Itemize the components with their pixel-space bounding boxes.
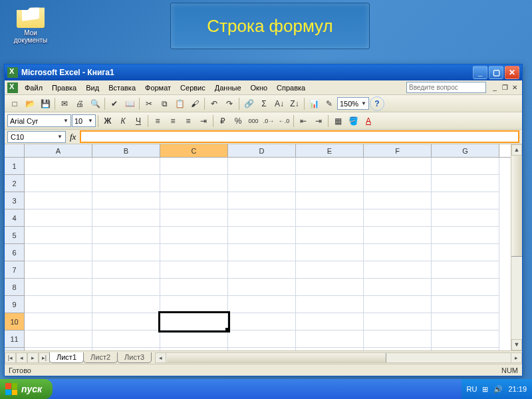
research-button[interactable]: 📖 bbox=[122, 96, 137, 111]
cell-F3[interactable] bbox=[364, 192, 432, 209]
cell-D3[interactable] bbox=[228, 192, 296, 209]
scroll-left-button[interactable]: ◂ bbox=[155, 352, 166, 363]
cell-F5[interactable] bbox=[364, 227, 432, 244]
cell-D8[interactable] bbox=[228, 279, 296, 296]
cell-G11[interactable] bbox=[432, 331, 499, 348]
cell-C9[interactable] bbox=[160, 296, 228, 313]
cell-G8[interactable] bbox=[432, 279, 499, 296]
cell-F6[interactable] bbox=[364, 244, 432, 261]
cell-E10[interactable] bbox=[296, 313, 364, 331]
percent-button[interactable]: % bbox=[231, 114, 245, 128]
cell-E7[interactable] bbox=[296, 261, 364, 279]
cell-E1[interactable] bbox=[296, 158, 364, 175]
cell-F9[interactable] bbox=[364, 296, 432, 313]
cell-D2[interactable] bbox=[228, 175, 296, 192]
cell-F4[interactable] bbox=[364, 209, 432, 227]
font-color-button[interactable]: A bbox=[361, 114, 376, 128]
cell-E9[interactable] bbox=[296, 296, 364, 313]
new-button[interactable]: □ bbox=[7, 96, 22, 111]
row-header-6[interactable]: 6 bbox=[5, 244, 25, 261]
scroll-up-button[interactable]: ▲ bbox=[511, 144, 522, 156]
column-header-C[interactable]: C bbox=[160, 144, 228, 157]
cell-G9[interactable] bbox=[432, 296, 499, 313]
autosum-button[interactable]: Σ bbox=[257, 96, 271, 111]
row-header-11[interactable]: 11 bbox=[5, 331, 25, 348]
row-header-1[interactable]: 1 bbox=[5, 158, 25, 175]
row-header-7[interactable]: 7 bbox=[5, 261, 25, 279]
sort-asc-button[interactable]: A↓ bbox=[272, 96, 287, 111]
mail-button[interactable]: ✉ bbox=[57, 96, 72, 111]
borders-button[interactable]: ▦ bbox=[331, 114, 345, 128]
cell-D12[interactable] bbox=[228, 348, 296, 350]
mdi-minimize[interactable]: _ bbox=[490, 83, 499, 92]
cell-A7[interactable] bbox=[25, 261, 92, 279]
fill-color-button[interactable]: 🪣 bbox=[346, 114, 360, 128]
vscroll-thumb[interactable] bbox=[511, 156, 522, 257]
open-button[interactable]: 📂 bbox=[23, 96, 37, 111]
name-box[interactable]: C10▼ bbox=[7, 131, 66, 143]
cell-B11[interactable] bbox=[92, 331, 160, 348]
scroll-down-button[interactable]: ▼ bbox=[511, 339, 522, 350]
font-size-dropdown[interactable]: 10▼ bbox=[72, 114, 96, 127]
cell-D9[interactable] bbox=[228, 296, 296, 313]
cell-B4[interactable] bbox=[92, 209, 160, 227]
font-name-dropdown[interactable]: Arial Cyr▼ bbox=[7, 114, 71, 127]
close-button[interactable]: ✕ bbox=[505, 66, 519, 79]
cell-D10[interactable] bbox=[228, 313, 296, 331]
cell-B3[interactable] bbox=[92, 192, 160, 209]
row-header-10[interactable]: 10 bbox=[5, 313, 25, 331]
cell-A12[interactable] bbox=[25, 348, 92, 350]
align-right-button[interactable]: ≡ bbox=[181, 114, 196, 128]
cell-F11[interactable] bbox=[364, 331, 432, 348]
spellcheck-button[interactable]: ✔ bbox=[107, 96, 122, 111]
cell-D7[interactable] bbox=[228, 261, 296, 279]
cell-A8[interactable] bbox=[25, 279, 92, 296]
cell-A1[interactable] bbox=[25, 158, 92, 175]
cell-G3[interactable] bbox=[432, 192, 499, 209]
help-button[interactable]: ? bbox=[370, 96, 384, 111]
cell-F8[interactable] bbox=[364, 279, 432, 296]
system-tray[interactable]: RU ⊞ 🔊 21:19 bbox=[462, 379, 532, 399]
cell-B1[interactable] bbox=[92, 158, 160, 175]
drawing-button[interactable]: ✎ bbox=[322, 96, 336, 111]
cell-F10[interactable] bbox=[364, 313, 432, 331]
menu-insert[interactable]: Вставка bbox=[104, 82, 140, 93]
cell-D6[interactable] bbox=[228, 244, 296, 261]
menu-file[interactable]: Файл bbox=[21, 82, 47, 93]
currency-button[interactable]: ₽ bbox=[215, 114, 230, 128]
undo-button[interactable]: ↶ bbox=[207, 96, 221, 111]
paste-button[interactable]: 📋 bbox=[172, 96, 187, 111]
row-header-2[interactable]: 2 bbox=[5, 175, 25, 192]
sheet-nav-first[interactable]: |◂ bbox=[5, 352, 16, 363]
menu-help[interactable]: Справка bbox=[273, 82, 309, 93]
select-all-button[interactable] bbox=[5, 144, 25, 157]
desktop-my-documents[interactable]: Мои документы bbox=[11, 4, 51, 44]
cell-E3[interactable] bbox=[296, 192, 364, 209]
decrease-indent-button[interactable]: ⇤ bbox=[296, 114, 311, 128]
cell-C4[interactable] bbox=[160, 209, 228, 227]
cell-D1[interactable] bbox=[228, 158, 296, 175]
cell-B7[interactable] bbox=[92, 261, 160, 279]
sort-desc-button[interactable]: Z↓ bbox=[287, 96, 302, 111]
titlebar[interactable]: Microsoft Excel - Книга1 _ ▢ ✕ bbox=[5, 65, 522, 80]
cell-E8[interactable] bbox=[296, 279, 364, 296]
workbook-icon[interactable] bbox=[7, 82, 18, 93]
bold-button[interactable]: Ж bbox=[100, 114, 115, 128]
cell-C3[interactable] bbox=[160, 192, 228, 209]
cell-C12[interactable] bbox=[160, 348, 228, 350]
column-header-E[interactable]: E bbox=[296, 144, 364, 157]
print-button[interactable]: 🖨 bbox=[72, 96, 87, 111]
menu-format[interactable]: Формат bbox=[141, 82, 175, 93]
cell-D4[interactable] bbox=[228, 209, 296, 227]
cell-B10[interactable] bbox=[92, 313, 160, 331]
cell-C2[interactable] bbox=[160, 175, 228, 192]
tray-volume-icon[interactable]: 🔊 bbox=[493, 385, 503, 394]
underline-button[interactable]: Ч bbox=[131, 114, 146, 128]
cell-B12[interactable] bbox=[92, 348, 160, 350]
cell-C10[interactable] bbox=[160, 313, 228, 331]
sheet-nav-last[interactable]: ▸| bbox=[39, 352, 50, 363]
cell-G12[interactable] bbox=[432, 348, 499, 350]
redo-button[interactable]: ↷ bbox=[222, 96, 237, 111]
mdi-close[interactable]: ✕ bbox=[510, 83, 519, 92]
chart-wizard-button[interactable]: 📊 bbox=[307, 96, 321, 111]
